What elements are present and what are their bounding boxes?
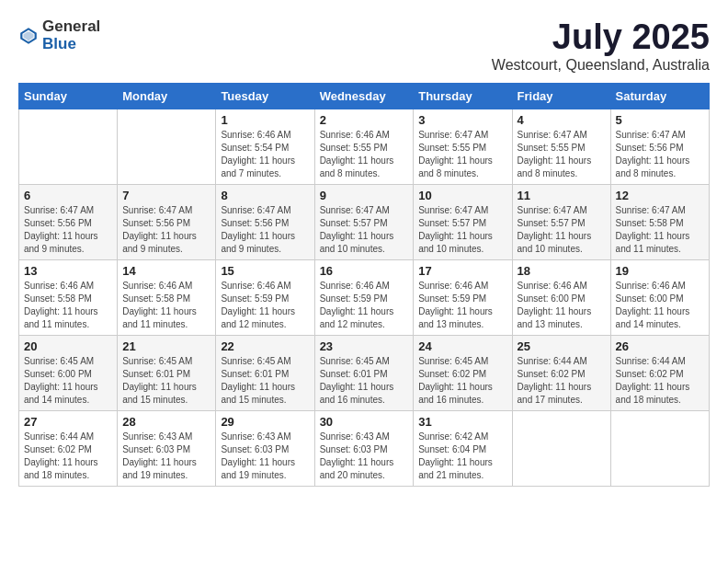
calendar-cell: 5Sunrise: 6:47 AMSunset: 5:56 PMDaylight…	[610, 109, 709, 184]
calendar-cell: 1Sunrise: 6:46 AMSunset: 5:54 PMDaylight…	[216, 109, 314, 184]
location: Westcourt, Queensland, Australia	[492, 57, 710, 74]
calendar-cell: 4Sunrise: 6:47 AMSunset: 5:55 PMDaylight…	[512, 109, 610, 184]
cell-info: Sunrise: 6:46 AMSunset: 5:55 PMDaylight:…	[320, 129, 409, 180]
cell-info: Sunrise: 6:43 AMSunset: 6:03 PMDaylight:…	[320, 431, 409, 482]
calendar-header-row: SundayMondayTuesdayWednesdayThursdayFrid…	[19, 83, 710, 109]
day-number: 8	[221, 189, 309, 202]
calendar-cell: 9Sunrise: 6:47 AMSunset: 5:57 PMDaylight…	[314, 184, 414, 259]
cell-info: Sunrise: 6:47 AMSunset: 5:57 PMDaylight:…	[518, 204, 606, 256]
cell-info: Sunrise: 6:46 AMSunset: 5:58 PMDaylight:…	[24, 280, 112, 331]
day-number: 3	[418, 113, 506, 127]
logo: General Blue	[18, 18, 100, 52]
day-number: 17	[418, 264, 506, 278]
week-row-3: 13Sunrise: 6:46 AMSunset: 5:58 PMDayligh…	[19, 259, 710, 335]
day-number: 5	[616, 113, 704, 127]
cell-info: Sunrise: 6:47 AMSunset: 5:57 PMDaylight:…	[320, 204, 409, 256]
calendar-cell: 19Sunrise: 6:46 AMSunset: 6:00 PMDayligh…	[610, 259, 709, 335]
cell-info: Sunrise: 6:47 AMSunset: 5:55 PMDaylight:…	[418, 129, 506, 180]
cell-info: Sunrise: 6:47 AMSunset: 5:58 PMDaylight:…	[616, 204, 704, 256]
calendar-cell: 8Sunrise: 6:47 AMSunset: 5:56 PMDaylight…	[216, 184, 314, 259]
week-row-1: 1Sunrise: 6:46 AMSunset: 5:54 PMDaylight…	[19, 109, 710, 184]
calendar-cell	[19, 109, 118, 184]
logo-icon	[18, 26, 39, 46]
month-title: July 2025	[492, 18, 710, 57]
calendar-cell: 11Sunrise: 6:47 AMSunset: 5:57 PMDayligh…	[512, 184, 610, 259]
calendar-cell: 23Sunrise: 6:45 AMSunset: 6:01 PMDayligh…	[314, 335, 414, 410]
logo-general: General	[42, 18, 100, 36]
cell-info: Sunrise: 6:45 AMSunset: 6:01 PMDaylight:…	[221, 355, 309, 407]
week-row-2: 6Sunrise: 6:47 AMSunset: 5:56 PMDaylight…	[19, 184, 710, 259]
calendar-cell: 14Sunrise: 6:46 AMSunset: 5:58 PMDayligh…	[118, 259, 216, 335]
day-number: 16	[320, 264, 409, 278]
day-number: 27	[24, 415, 112, 429]
day-header-tuesday: Tuesday	[216, 83, 314, 109]
calendar-cell: 12Sunrise: 6:47 AMSunset: 5:58 PMDayligh…	[610, 184, 709, 259]
day-number: 4	[518, 113, 606, 127]
logo-blue: Blue	[42, 36, 100, 53]
page-header: General Blue July 2025 Westcourt, Queens…	[18, 18, 710, 74]
calendar-cell: 18Sunrise: 6:46 AMSunset: 6:00 PMDayligh…	[512, 259, 610, 335]
cell-info: Sunrise: 6:46 AMSunset: 5:58 PMDaylight:…	[122, 280, 210, 331]
day-number: 28	[122, 415, 210, 429]
calendar-cell: 25Sunrise: 6:44 AMSunset: 6:02 PMDayligh…	[512, 335, 610, 410]
day-number: 29	[221, 415, 309, 429]
day-header-thursday: Thursday	[414, 83, 512, 109]
day-number: 12	[616, 189, 704, 202]
calendar-cell: 17Sunrise: 6:46 AMSunset: 5:59 PMDayligh…	[414, 259, 512, 335]
cell-info: Sunrise: 6:46 AMSunset: 5:59 PMDaylight:…	[418, 280, 506, 331]
day-number: 24	[418, 339, 506, 353]
logo-text: General Blue	[42, 18, 100, 52]
cell-info: Sunrise: 6:47 AMSunset: 5:56 PMDaylight:…	[616, 129, 704, 180]
cell-info: Sunrise: 6:42 AMSunset: 6:04 PMDaylight:…	[418, 431, 506, 482]
calendar-cell: 31Sunrise: 6:42 AMSunset: 6:04 PMDayligh…	[414, 410, 512, 486]
calendar-cell: 7Sunrise: 6:47 AMSunset: 5:56 PMDaylight…	[118, 184, 216, 259]
day-number: 11	[518, 189, 606, 202]
cell-info: Sunrise: 6:45 AMSunset: 6:01 PMDaylight:…	[320, 355, 409, 407]
day-number: 9	[320, 189, 409, 202]
cell-info: Sunrise: 6:47 AMSunset: 5:56 PMDaylight:…	[24, 204, 112, 256]
cell-info: Sunrise: 6:46 AMSunset: 5:59 PMDaylight:…	[221, 280, 309, 331]
calendar-cell: 2Sunrise: 6:46 AMSunset: 5:55 PMDaylight…	[314, 109, 414, 184]
day-number: 13	[24, 264, 112, 278]
calendar-cell: 20Sunrise: 6:45 AMSunset: 6:00 PMDayligh…	[19, 335, 118, 410]
cell-info: Sunrise: 6:46 AMSunset: 6:00 PMDaylight:…	[518, 280, 606, 331]
day-number: 14	[122, 264, 210, 278]
day-number: 20	[24, 339, 112, 353]
cell-info: Sunrise: 6:47 AMSunset: 5:57 PMDaylight:…	[418, 204, 506, 256]
day-number: 1	[221, 113, 309, 127]
day-number: 26	[616, 339, 704, 353]
cell-info: Sunrise: 6:44 AMSunset: 6:02 PMDaylight:…	[518, 355, 606, 407]
calendar-cell: 22Sunrise: 6:45 AMSunset: 6:01 PMDayligh…	[216, 335, 314, 410]
day-number: 22	[221, 339, 309, 353]
calendar-cell: 26Sunrise: 6:44 AMSunset: 6:02 PMDayligh…	[610, 335, 709, 410]
calendar-cell: 28Sunrise: 6:43 AMSunset: 6:03 PMDayligh…	[118, 410, 216, 486]
cell-info: Sunrise: 6:47 AMSunset: 5:56 PMDaylight:…	[122, 204, 210, 256]
calendar-cell: 16Sunrise: 6:46 AMSunset: 5:59 PMDayligh…	[314, 259, 414, 335]
cell-info: Sunrise: 6:46 AMSunset: 6:00 PMDaylight:…	[616, 280, 704, 331]
calendar-cell: 13Sunrise: 6:46 AMSunset: 5:58 PMDayligh…	[19, 259, 118, 335]
calendar-cell: 29Sunrise: 6:43 AMSunset: 6:03 PMDayligh…	[216, 410, 314, 486]
day-number: 30	[320, 415, 409, 429]
day-number: 2	[320, 113, 409, 127]
day-number: 10	[418, 189, 506, 202]
calendar-cell: 6Sunrise: 6:47 AMSunset: 5:56 PMDaylight…	[19, 184, 118, 259]
day-header-friday: Friday	[512, 83, 610, 109]
day-header-saturday: Saturday	[610, 83, 709, 109]
cell-info: Sunrise: 6:45 AMSunset: 6:01 PMDaylight:…	[122, 355, 210, 407]
calendar-cell: 15Sunrise: 6:46 AMSunset: 5:59 PMDayligh…	[216, 259, 314, 335]
cell-info: Sunrise: 6:47 AMSunset: 5:56 PMDaylight:…	[221, 204, 309, 256]
calendar-cell: 21Sunrise: 6:45 AMSunset: 6:01 PMDayligh…	[118, 335, 216, 410]
calendar-table: SundayMondayTuesdayWednesdayThursdayFrid…	[18, 83, 710, 487]
day-number: 25	[518, 339, 606, 353]
cell-info: Sunrise: 6:43 AMSunset: 6:03 PMDaylight:…	[221, 431, 309, 482]
day-header-wednesday: Wednesday	[314, 83, 414, 109]
day-header-sunday: Sunday	[19, 83, 118, 109]
calendar-cell	[610, 410, 709, 486]
day-number: 6	[24, 189, 112, 202]
cell-info: Sunrise: 6:44 AMSunset: 6:02 PMDaylight:…	[24, 431, 112, 482]
day-header-monday: Monday	[118, 83, 216, 109]
calendar-cell: 24Sunrise: 6:45 AMSunset: 6:02 PMDayligh…	[414, 335, 512, 410]
day-number: 23	[320, 339, 409, 353]
title-block: July 2025 Westcourt, Queensland, Austral…	[492, 18, 710, 74]
calendar-cell	[512, 410, 610, 486]
